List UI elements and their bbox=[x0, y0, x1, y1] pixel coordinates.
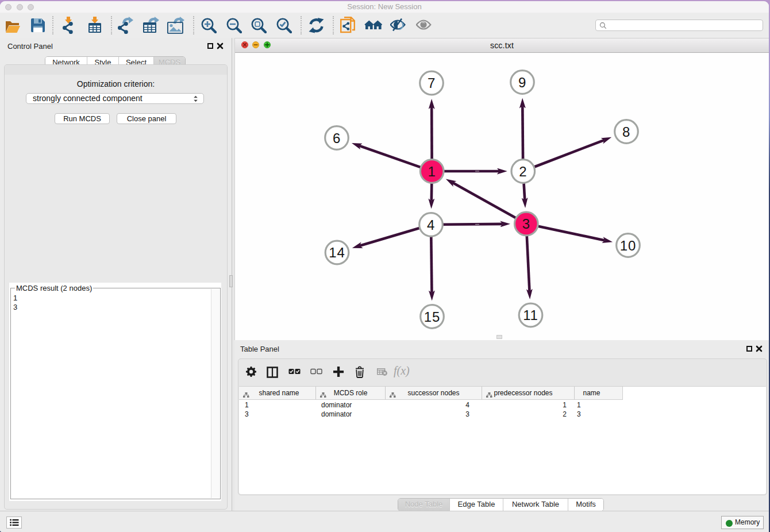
svg-text:6: 6 bbox=[333, 130, 341, 146]
svg-text:1: 1 bbox=[428, 164, 436, 179]
svg-text:3: 3 bbox=[522, 216, 530, 232]
svg-text:11: 11 bbox=[523, 307, 538, 323]
svg-text:2: 2 bbox=[519, 164, 527, 179]
svg-text:10: 10 bbox=[620, 238, 636, 253]
svg-text:15: 15 bbox=[424, 309, 440, 325]
svg-text:f(x): f(x) bbox=[394, 365, 410, 377]
svg-text:14: 14 bbox=[329, 245, 345, 260]
svg-text:8: 8 bbox=[622, 124, 630, 140]
svg-text:4: 4 bbox=[427, 217, 435, 233]
svg-text:7: 7 bbox=[428, 75, 436, 91]
svg-text:9: 9 bbox=[518, 75, 526, 90]
